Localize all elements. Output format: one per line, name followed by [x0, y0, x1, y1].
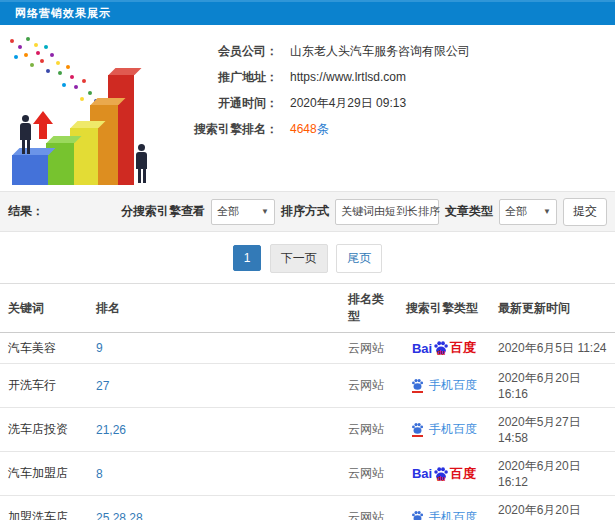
- article-type-value: 全部: [505, 204, 527, 219]
- engine-cell: Bai du 百度: [398, 364, 490, 408]
- updated-text: 2020年6月20日 16:16: [498, 371, 581, 401]
- baidu-cn-text: 百度: [450, 465, 476, 483]
- rank-link[interactable]: 27: [96, 379, 109, 393]
- results-table: 关键词 排名 排名类型 搜索引擎类型 最新更新时间 汽车美容 9 云网站 Bai…: [0, 283, 615, 520]
- rank-type-cell: 云网站: [340, 452, 398, 496]
- rank-cell: 27: [88, 364, 340, 408]
- engine-filter-select[interactable]: 全部 ▼: [211, 199, 275, 225]
- baidu-paw-icon: du: [433, 340, 449, 356]
- updated-text: 2020年6月20日 16:12: [498, 459, 581, 489]
- rank-type-text: 云网站: [348, 378, 384, 392]
- header-updated: 最新更新时间: [490, 284, 615, 333]
- keyword-cell: 汽车美容: [0, 333, 88, 364]
- keyword-cell: 开洗车行: [0, 364, 88, 408]
- rank-link[interactable]: 8: [96, 467, 103, 481]
- rank-type-cell: 云网站: [340, 333, 398, 364]
- table-body: 汽车美容 9 云网站 Bai du 百度: [0, 333, 615, 520]
- keyword-text: 洗车店投资: [8, 422, 68, 436]
- rank-cell: 25,28,28: [88, 496, 340, 520]
- baidu-paw-icon: du: [433, 466, 449, 482]
- rank-cell: 9: [88, 333, 340, 364]
- mobile-baidu-text: 手机百度: [429, 509, 477, 520]
- engine-cell: Bai du 百度: [398, 496, 490, 520]
- header-keyword: 关键词: [0, 284, 88, 333]
- engine-cell: Bai du 百度: [398, 452, 490, 496]
- keyword-text: 汽车美容: [8, 341, 56, 355]
- mobile-baidu-underline: [412, 391, 423, 393]
- rank-unit[interactable]: 条: [317, 122, 329, 136]
- last-page-button[interactable]: 尾页: [336, 244, 382, 273]
- updated-cell: 2020年6月20日 16:16: [490, 364, 615, 408]
- pagination: 1 下一页 尾页: [0, 244, 615, 273]
- engine-rank-value: 4648条: [290, 121, 329, 138]
- person-figure-right: [136, 144, 147, 183]
- updated-text: 2020年5月27日 14:58: [498, 415, 581, 445]
- baidu-logo: Bai du 百度: [412, 465, 476, 483]
- baidu-logo-text: Bai: [412, 341, 432, 356]
- table-row: 加盟洗车店 25,28,28 云网站 Bai du 百度: [0, 496, 615, 520]
- bar-chart-illustration: [0, 25, 182, 191]
- open-time-label: 开通时间：: [182, 95, 278, 112]
- page-title: 网络营销效果展示: [15, 6, 111, 21]
- mobile-baidu-text: 手机百度: [429, 377, 477, 394]
- member-company-label: 会员公司：: [182, 43, 278, 60]
- rank-link[interactable]: 9: [96, 341, 103, 355]
- promo-url-label: 推广地址：: [182, 69, 278, 86]
- sort-value: 关键词由短到长排序: [341, 204, 440, 219]
- member-company-row: 会员公司： 山东老人头汽车服务咨询有限公司: [182, 38, 615, 64]
- sort-select[interactable]: 关键词由短到长排序 ▼: [335, 199, 439, 225]
- page-1-button[interactable]: 1: [233, 245, 262, 271]
- rank-type-text: 云网站: [348, 341, 384, 355]
- result-label: 结果：: [8, 203, 44, 220]
- open-time-value: 2020年4月29日 09:13: [290, 95, 406, 112]
- mobile-baidu-paw-icon: [411, 422, 424, 437]
- article-type-select[interactable]: 全部 ▼: [499, 199, 557, 225]
- mobile-baidu-paw-icon: [411, 378, 424, 393]
- app-header: 网络营销效果展示: [0, 0, 615, 25]
- table-row: 洗车店投资 21,26 云网站 Bai du 百度: [0, 408, 615, 452]
- header-engine-type: 搜索引擎类型: [398, 284, 490, 333]
- promo-url-row: 推广地址： https://www.lrtlsd.com: [182, 64, 615, 90]
- mobile-baidu-underline: [412, 435, 423, 437]
- engine-cell: Bai du 百度: [398, 408, 490, 452]
- chevron-down-icon: ▼: [538, 207, 551, 216]
- up-arrow-icon: [33, 111, 53, 139]
- table-header: 关键词 排名 排名类型 搜索引擎类型 最新更新时间: [0, 284, 615, 333]
- keyword-cell: 加盟洗车店: [0, 496, 88, 520]
- engine-rank-label: 搜索引擎排名：: [182, 121, 278, 138]
- keyword-text: 汽车加盟店: [8, 466, 68, 480]
- rank-type-cell: 云网站: [340, 408, 398, 452]
- engine-rank-row: 搜索引擎排名： 4648条: [182, 116, 615, 142]
- engine-cell: Bai du 百度: [398, 333, 490, 364]
- member-company-link[interactable]: 山东老人头汽车服务咨询有限公司: [290, 43, 470, 60]
- updated-text: 2020年6月20日 16:11: [498, 503, 581, 520]
- mobile-baidu-logo: 手机百度: [411, 377, 477, 394]
- mobile-baidu-paw-icon: [411, 510, 424, 520]
- submit-button[interactable]: 提交: [563, 198, 607, 226]
- table-row: 汽车美容 9 云网站 Bai du 百度: [0, 333, 615, 364]
- promo-url-link[interactable]: https://www.lrtlsd.com: [290, 70, 406, 84]
- rank-cell: 21,26: [88, 408, 340, 452]
- next-page-button[interactable]: 下一页: [270, 244, 328, 273]
- rank-type-text: 云网站: [348, 422, 384, 436]
- person-figure-left: [20, 115, 31, 154]
- illustration-bar-blue: [12, 155, 48, 185]
- filter-bar: 结果： 分搜索引擎查看 全部 ▼ 排序方式 关键词由短到长排序 ▼ 文章类型 全…: [0, 191, 615, 232]
- rank-type-cell: 云网站: [340, 496, 398, 520]
- mobile-baidu-text: 手机百度: [429, 421, 477, 438]
- rank-link[interactable]: 21,26: [96, 423, 126, 437]
- keyword-text: 开洗车行: [8, 378, 56, 392]
- company-info-panel: 会员公司： 山东老人头汽车服务咨询有限公司 推广地址： https://www.…: [182, 25, 615, 191]
- updated-cell: 2020年6月20日 16:11: [490, 496, 615, 520]
- rank-cell: 8: [88, 452, 340, 496]
- sort-label: 排序方式: [281, 203, 329, 220]
- chevron-down-icon: ▼: [256, 207, 269, 216]
- keyword-text: 加盟洗车店: [8, 510, 68, 520]
- header-rank-type: 排名类型: [340, 284, 398, 333]
- updated-cell: 2020年6月20日 16:12: [490, 452, 615, 496]
- baidu-logo-text: Bai: [412, 466, 432, 481]
- updated-cell: 2020年6月5日 11:24: [490, 333, 615, 364]
- article-type-label: 文章类型: [445, 203, 493, 220]
- rank-type-text: 云网站: [348, 466, 384, 480]
- rank-link[interactable]: 25,28,28: [96, 511, 143, 520]
